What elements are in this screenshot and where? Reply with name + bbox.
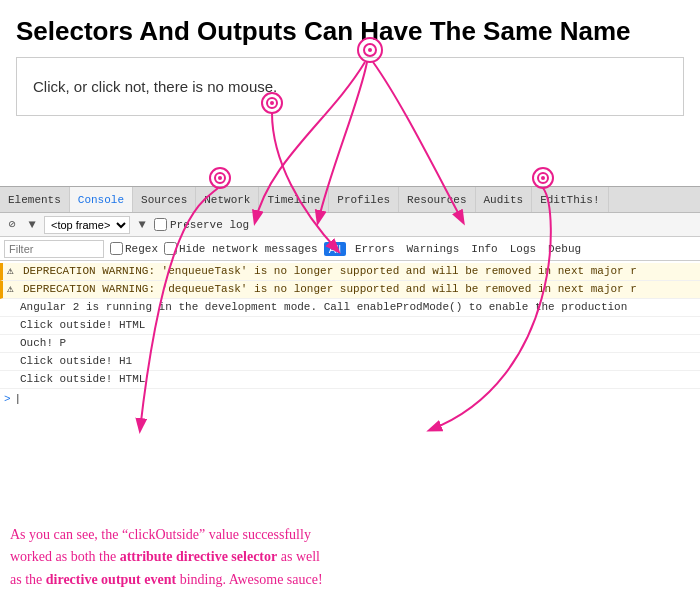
tab-profiles[interactable]: Profiles <box>329 187 399 212</box>
console-line: Ouch! P <box>0 335 700 353</box>
filter-input[interactable] <box>4 240 104 258</box>
demo-text: Click, or click not, there is no mouse. <box>33 78 277 95</box>
no-entry-icon[interactable]: ⊘ <box>4 217 20 233</box>
tab-network[interactable]: Network <box>196 187 259 212</box>
console-line: Click outside! H1 <box>0 353 700 371</box>
preserve-log-text: Preserve log <box>170 219 249 231</box>
dropdown-icon[interactable]: ▼ <box>134 217 150 233</box>
console-output: ⚠ DEPRECATION WARNING: 'enqueueTask' is … <box>0 261 700 391</box>
console-line: Click outside! HTML <box>0 371 700 389</box>
console-line-text: Click outside! HTML <box>20 372 696 387</box>
tab-audits[interactable]: Audits <box>476 187 533 212</box>
tab-console[interactable]: Console <box>70 187 133 212</box>
console-line-text: Ouch! P <box>20 336 696 351</box>
console-line-text: DEPRECATION WARNING: 'enqueueTask' is no… <box>23 264 696 279</box>
console-line-text: DEPRECATION WARNING: 'dequeueTask' is no… <box>23 282 696 297</box>
prompt-cursor: | <box>15 393 22 405</box>
annotation-block: As you can see, the “clickOutside” value… <box>10 524 323 591</box>
console-line-text: Angular 2 is running in the development … <box>20 300 696 315</box>
tab-elements[interactable]: Elements <box>0 187 70 212</box>
devtools-toolbar: ⊘ ▼ <top frame> ▼ Preserve log <box>0 213 700 237</box>
annotation-line2: worked as both the attribute directive s… <box>10 546 323 568</box>
hide-network-checkbox[interactable] <box>164 242 177 255</box>
filter-logs[interactable]: Logs <box>507 243 539 255</box>
demo-box[interactable]: Click, or click not, there is no mouse. <box>16 57 684 116</box>
console-line-text: Click outside! HTML <box>20 318 696 333</box>
warning-icon: ⚠ <box>7 282 21 297</box>
tab-sources[interactable]: Sources <box>133 187 196 212</box>
devtools-panel: Elements Console Sources Network Timelin… <box>0 186 700 407</box>
devtools-tabs: Elements Console Sources Network Timelin… <box>0 187 700 213</box>
filter-info[interactable]: Info <box>468 243 500 255</box>
annotation-line3: as the directive output event binding. A… <box>10 569 323 591</box>
annotation-line1: As you can see, the “clickOutside” value… <box>10 524 323 546</box>
filter-errors[interactable]: Errors <box>352 243 398 255</box>
tab-timeline[interactable]: Timeline <box>259 187 329 212</box>
console-line: Angular 2 is running in the development … <box>0 299 700 317</box>
filter-icon[interactable]: ▼ <box>24 217 40 233</box>
tab-editthis[interactable]: EditThis! <box>532 187 608 212</box>
page-title: Selectors And Outputs Can Have The Same … <box>0 0 700 57</box>
frame-select[interactable]: <top frame> <box>44 216 130 234</box>
tab-resources[interactable]: Resources <box>399 187 475 212</box>
hide-network-label[interactable]: Hide network messages <box>164 242 318 255</box>
annotation-bold2: directive output event <box>46 572 176 587</box>
preserve-log-checkbox[interactable] <box>154 218 167 231</box>
console-line: ⚠ DEPRECATION WARNING: 'dequeueTask' is … <box>0 281 700 299</box>
annotation-bold1: attribute directive selector <box>120 549 278 564</box>
warning-icon: ⚠ <box>7 264 21 279</box>
spacer-area <box>0 126 700 186</box>
console-line: Click outside! HTML <box>0 317 700 335</box>
filter-debug[interactable]: Debug <box>545 243 584 255</box>
all-filter-button[interactable]: All <box>324 242 346 256</box>
devtools-filter-bar: Regex Hide network messages All Errors W… <box>0 237 700 261</box>
prompt-arrow: > <box>4 393 11 405</box>
filter-warnings[interactable]: Warnings <box>403 243 462 255</box>
console-line: ⚠ DEPRECATION WARNING: 'enqueueTask' is … <box>0 263 700 281</box>
console-line-text: Click outside! H1 <box>20 354 696 369</box>
console-prompt[interactable]: > | <box>0 391 700 407</box>
regex-checkbox[interactable] <box>110 242 123 255</box>
regex-label[interactable]: Regex <box>110 242 158 255</box>
preserve-log-label[interactable]: Preserve log <box>154 218 249 231</box>
